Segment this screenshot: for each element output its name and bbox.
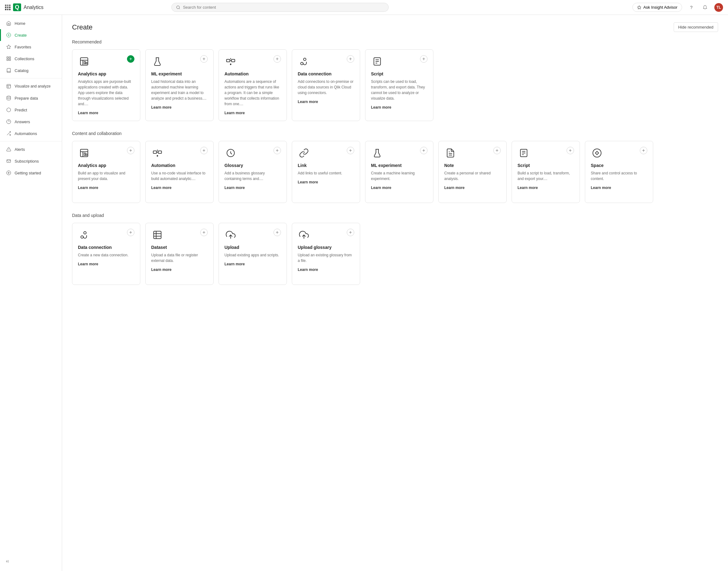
card-item[interactable]: +Upload glossaryUpload an existing gloss… — [292, 223, 360, 285]
card-add-button[interactable]: + — [274, 229, 281, 236]
card-learn-more-link[interactable]: Learn more — [518, 186, 538, 190]
search-input[interactable] — [183, 5, 384, 10]
card-item[interactable]: +DatasetUpload a data file or register e… — [145, 223, 214, 285]
card-icon — [78, 147, 90, 159]
card-icon — [371, 147, 384, 159]
card-learn-more-link[interactable]: Learn more — [78, 186, 98, 190]
card-icon — [224, 229, 237, 241]
card-add-button[interactable]: + — [347, 147, 354, 154]
avatar[interactable]: TL — [714, 3, 723, 12]
sidebar-item-prepare[interactable]: Prepare data — [0, 92, 62, 104]
card-learn-more-link[interactable]: Learn more — [591, 186, 611, 190]
card-learn-more-link[interactable]: Learn more — [298, 100, 318, 104]
card-name: Analytics app — [78, 163, 134, 168]
card-item[interactable]: +Data connectionCreate a new data connec… — [72, 223, 140, 285]
card-item[interactable]: +GlossaryAdd a business glossary contain… — [219, 141, 287, 203]
card-item[interactable]: +ML experimentCreate a machine learning … — [365, 141, 433, 203]
card-description: Create a machine learning experiment. — [371, 170, 427, 182]
sidebar-item-visualize[interactable]: Visualize and analyze — [0, 80, 62, 92]
card-learn-more-link[interactable]: Learn more — [78, 111, 98, 115]
card-learn-more-link[interactable]: Learn more — [224, 111, 245, 115]
card-name: Script — [371, 72, 427, 76]
sidebar-item-home[interactable]: Home — [0, 17, 62, 29]
sidebar-item-create[interactable]: Create — [0, 29, 62, 41]
card-name: Dataset — [151, 245, 208, 250]
sidebar-item-answers[interactable]: Answers — [0, 116, 62, 128]
sidebar-item-predict[interactable]: Predict — [0, 104, 62, 116]
card-item[interactable]: +ScriptBuild a script to load, transform… — [512, 141, 580, 203]
svg-rect-24 — [86, 63, 87, 64]
card-item[interactable]: +NoteCreate a personal or shared analysi… — [438, 141, 507, 203]
card-name: Data connection — [298, 72, 354, 76]
automations-icon — [6, 131, 11, 136]
sidebar-item-alerts[interactable]: Alerts — [0, 143, 62, 155]
sidebar-item-catalog[interactable]: Catalog — [0, 65, 62, 76]
sidebar-item-collections[interactable]: Collections — [0, 53, 62, 65]
card-name: Upload glossary — [298, 245, 354, 250]
card-learn-more-link[interactable]: Learn more — [151, 186, 171, 190]
sidebar-label-visualize: Visualize and analyze — [15, 84, 50, 89]
card-learn-more-link[interactable]: Learn more — [298, 267, 318, 272]
sidebar-item-subscriptions[interactable]: Subscriptions — [0, 155, 62, 167]
card-add-button[interactable]: + — [347, 55, 354, 63]
search-bar[interactable] — [171, 3, 389, 12]
card-item[interactable]: +ML experimentLoad historical data into … — [145, 49, 214, 121]
main-header: Create Hide recommended — [72, 22, 718, 32]
card-learn-more-link[interactable]: Learn more — [224, 186, 245, 190]
card-description: Create a personal or shared analysis. — [444, 170, 501, 182]
card-learn-more-link[interactable]: Learn more — [371, 186, 391, 190]
insight-advisor-button[interactable]: Ask Insight Advisor — [632, 3, 682, 12]
card-item[interactable]: +UploadUpload existing apps and scripts.… — [219, 223, 287, 285]
notification-icon[interactable] — [701, 3, 709, 12]
topnav: Q Analytics Ask Insight Advisor ? TL — [0, 0, 728, 15]
card-description: Analytics apps are purpose-built applica… — [78, 79, 134, 107]
card-add-button[interactable]: + — [640, 147, 647, 154]
sidebar-collapse[interactable] — [0, 555, 62, 569]
svg-rect-7 — [7, 57, 8, 59]
card-add-button[interactable]: + — [420, 55, 427, 63]
help-icon[interactable]: ? — [687, 3, 696, 12]
card-add-button[interactable]: + — [127, 229, 134, 236]
card-learn-more-link[interactable]: Learn more — [224, 262, 245, 266]
hide-recommended-button[interactable]: Hide recommended — [674, 22, 718, 32]
card-item[interactable]: +LinkAdd links to useful content.Learn m… — [292, 141, 360, 203]
card-add-button[interactable]: + — [200, 55, 208, 63]
card-add-button[interactable]: + — [566, 147, 574, 154]
grid-menu-icon[interactable] — [5, 5, 11, 10]
card-item[interactable]: +Analytics appAnalytics apps are purpose… — [72, 49, 140, 121]
sidebar-label-catalog: Catalog — [15, 68, 28, 73]
card-icon — [224, 55, 237, 68]
card-item[interactable]: +ScriptScripts can be used to load, tran… — [365, 49, 433, 121]
main-content: Create Hide recommended Recommended+Anal… — [62, 15, 728, 571]
card-learn-more-link[interactable]: Learn more — [151, 267, 171, 272]
card-item[interactable]: +Analytics appBuild an app to visualize … — [72, 141, 140, 203]
sidebar-label-collections: Collections — [15, 56, 34, 61]
svg-rect-38 — [153, 151, 157, 153]
card-item[interactable]: +AutomationUse a no-code visual interfac… — [145, 141, 214, 203]
card-learn-more-link[interactable]: Learn more — [151, 105, 171, 110]
card-add-button[interactable]: + — [127, 147, 134, 154]
card-item[interactable]: +Data connectionAdd connections to on-pr… — [292, 49, 360, 121]
cards-grid-recommended: +Analytics appAnalytics apps are purpose… — [72, 49, 718, 121]
sidebar-label-home: Home — [15, 21, 25, 26]
card-add-button[interactable]: + — [200, 147, 208, 154]
card-add-button[interactable]: + — [493, 147, 501, 154]
card-add-button[interactable]: + — [127, 55, 134, 63]
card-add-button[interactable]: + — [347, 229, 354, 236]
card-add-button[interactable]: + — [274, 55, 281, 63]
card-add-button[interactable]: + — [420, 147, 427, 154]
card-learn-more-link[interactable]: Learn more — [444, 186, 464, 190]
card-learn-more-link[interactable]: Learn more — [298, 180, 318, 184]
card-item[interactable]: +AutomationAutomations are a sequence of… — [219, 49, 287, 121]
sidebar-item-favorites[interactable]: Favorites — [0, 41, 62, 53]
card-add-button[interactable]: + — [200, 229, 208, 236]
card-icon — [151, 55, 164, 68]
card-learn-more-link[interactable]: Learn more — [371, 105, 391, 110]
sidebar-item-automations[interactable]: Automations — [0, 128, 62, 139]
card-item[interactable]: +SpaceShare and control access to conten… — [585, 141, 653, 203]
subscriptions-icon — [6, 158, 11, 164]
sidebar-item-getting-started[interactable]: Getting started — [0, 167, 62, 179]
card-learn-more-link[interactable]: Learn more — [78, 262, 98, 266]
app-logo: Q Analytics — [5, 3, 43, 11]
card-add-button[interactable]: + — [274, 147, 281, 154]
